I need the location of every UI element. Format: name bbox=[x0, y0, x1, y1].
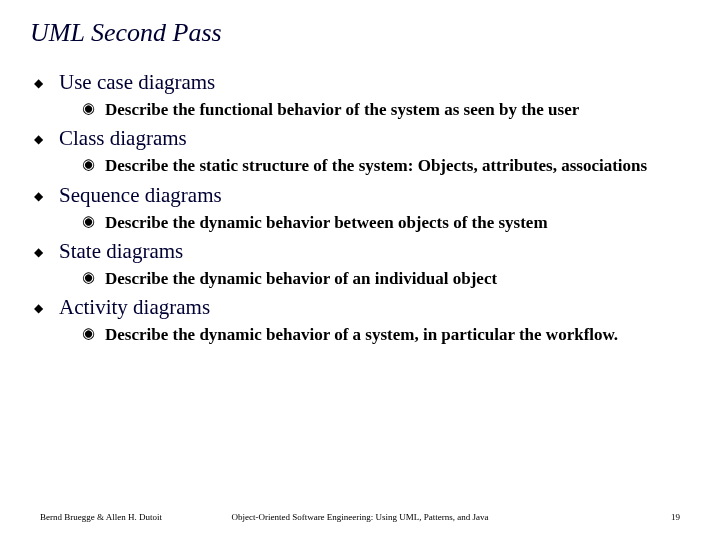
sub-item: ◉ Describe the functional behavior of th… bbox=[82, 99, 690, 120]
diamond-bullet-icon: ◆ bbox=[34, 132, 43, 147]
slide: UML Second Pass ◆ Use case diagrams ◉ De… bbox=[0, 0, 720, 345]
sub-item: ◉ Describe the dynamic behavior between … bbox=[82, 212, 690, 233]
item-heading: ◆ State diagrams bbox=[30, 239, 690, 264]
sub-item: ◉ Describe the dynamic behavior of an in… bbox=[82, 268, 690, 289]
diamond-bullet-icon: ◆ bbox=[34, 245, 43, 260]
footer: Bernd Bruegge & Allen H. Dutoit Object-O… bbox=[0, 512, 720, 522]
diamond-bullet-icon: ◆ bbox=[34, 301, 43, 316]
list-item: ◆ Sequence diagrams ◉ Describe the dynam… bbox=[30, 183, 690, 233]
sub-bullet-icon: ◉ bbox=[82, 155, 95, 174]
item-heading: ◆ Class diagrams bbox=[30, 126, 690, 151]
list-item: ◆ Activity diagrams ◉ Describe the dynam… bbox=[30, 295, 690, 345]
sub-item-text: Describe the static structure of the sys… bbox=[105, 155, 647, 176]
sub-bullet-icon: ◉ bbox=[82, 324, 95, 343]
sub-item-text: Describe the functional behavior of the … bbox=[105, 99, 579, 120]
footer-left: Bernd Bruegge & Allen H. Dutoit bbox=[40, 512, 162, 522]
list-item: ◆ Class diagrams ◉ Describe the static s… bbox=[30, 126, 690, 176]
sub-item-text: Describe the dynamic behavior of a syste… bbox=[105, 324, 618, 345]
item-heading-text: Activity diagrams bbox=[59, 295, 210, 320]
sub-item-text: Describe the dynamic behavior of an indi… bbox=[105, 268, 497, 289]
list-item: ◆ Use case diagrams ◉ Describe the funct… bbox=[30, 70, 690, 120]
page-number: 19 bbox=[671, 512, 680, 522]
sub-bullet-icon: ◉ bbox=[82, 268, 95, 287]
sub-item-text: Describe the dynamic behavior between ob… bbox=[105, 212, 548, 233]
item-heading-text: Sequence diagrams bbox=[59, 183, 222, 208]
slide-title: UML Second Pass bbox=[30, 18, 690, 48]
item-heading: ◆ Use case diagrams bbox=[30, 70, 690, 95]
sub-item: ◉ Describe the dynamic behavior of a sys… bbox=[82, 324, 690, 345]
sub-item: ◉ Describe the static structure of the s… bbox=[82, 155, 690, 176]
sub-bullet-icon: ◉ bbox=[82, 99, 95, 118]
item-heading: ◆ Activity diagrams bbox=[30, 295, 690, 320]
sub-bullet-icon: ◉ bbox=[82, 212, 95, 231]
item-heading-text: State diagrams bbox=[59, 239, 183, 264]
diamond-bullet-icon: ◆ bbox=[34, 189, 43, 204]
footer-center: Object-Oriented Software Engineering: Us… bbox=[231, 512, 488, 522]
list-item: ◆ State diagrams ◉ Describe the dynamic … bbox=[30, 239, 690, 289]
item-heading-text: Use case diagrams bbox=[59, 70, 215, 95]
item-heading-text: Class diagrams bbox=[59, 126, 187, 151]
item-heading: ◆ Sequence diagrams bbox=[30, 183, 690, 208]
diamond-bullet-icon: ◆ bbox=[34, 76, 43, 91]
